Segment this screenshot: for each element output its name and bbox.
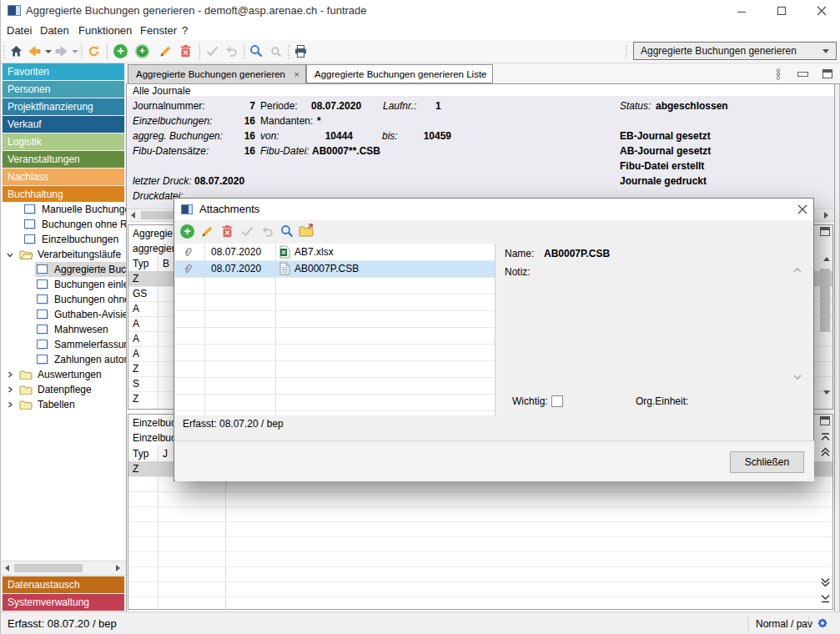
record-first-icon[interactable] <box>820 432 831 441</box>
sidebar-item-tabellen[interactable]: Tabellen <box>1 397 126 412</box>
sidebar-item-auswertungen[interactable]: Auswertungen <box>1 367 126 382</box>
panel-minimize-icon[interactable] <box>797 72 808 77</box>
menu-daten[interactable]: Daten <box>40 22 69 40</box>
statusbar-erfasst: Erfasst: 08.07.20 / bep <box>8 617 117 630</box>
chevron-collapsed-icon[interactable] <box>6 370 14 379</box>
back-history-caret[interactable] <box>45 50 52 53</box>
scrollbar-thumb[interactable] <box>14 564 83 572</box>
sidebar-item-buchungen-ohne-referenz[interactable]: Buchungen ohne Refe <box>1 217 126 232</box>
chevron-collapsed-icon[interactable] <box>6 400 14 409</box>
chevron-expanded-icon[interactable] <box>6 250 14 259</box>
sidebar-item-sammelerfassung[interactable]: Sammelerfassung S <box>1 337 126 352</box>
form-icon <box>37 325 48 334</box>
settings-gear-icon[interactable] <box>815 616 830 631</box>
panel-restore-icon[interactable] <box>822 69 832 78</box>
column-header-typ[interactable]: Typ <box>133 446 148 461</box>
schliessen-button[interactable]: Schließen <box>730 451 804 473</box>
sidebar-item-buchungen-einlesen[interactable]: Buchungen einlese <box>1 277 126 292</box>
open-folder-icon[interactable] <box>299 224 314 238</box>
chevron-collapsed-icon[interactable] <box>6 385 14 394</box>
paperclip-icon <box>182 263 194 275</box>
close-button[interactable] <box>807 1 836 21</box>
tab-aggregierte-buchungen-generieren[interactable]: Aggregierte Buchungen generieren × <box>128 64 306 83</box>
print-icon[interactable] <box>294 44 308 58</box>
search-secondary-icon[interactable] <box>270 46 284 60</box>
search-icon[interactable] <box>280 224 294 239</box>
sidebar-item-datenpflege[interactable]: Datenpflege <box>1 382 126 397</box>
edit-icon[interactable] <box>158 44 173 58</box>
sidebar-item-mahnwesen[interactable]: Mahnwesen <box>1 322 126 337</box>
search-icon[interactable] <box>249 44 264 58</box>
delete-icon[interactable] <box>220 224 234 239</box>
confirm-icon[interactable] <box>240 224 254 239</box>
sidebar-item-manuelle-buchungen[interactable]: Manuelle Buchungen <box>1 202 126 217</box>
column-header-j[interactable]: J <box>163 446 168 461</box>
menu-datei[interactable]: Datei <box>7 22 32 40</box>
scroll-left-icon[interactable] <box>131 212 135 219</box>
record-next-page-icon[interactable] <box>820 577 831 587</box>
scrollbar-thumb[interactable] <box>820 269 830 332</box>
undo-icon[interactable] <box>224 44 239 58</box>
tab-options-kebab-icon[interactable] <box>775 68 782 80</box>
add-special-icon[interactable]: + <box>135 44 149 58</box>
attachment-row-selected[interactable]: 08.07.2020 AB0007P.CSB <box>175 260 495 277</box>
scroll-down-icon[interactable] <box>823 390 830 395</box>
scroll-right-icon[interactable] <box>824 212 828 219</box>
column-header-typ[interactable]: Typ <box>133 256 148 271</box>
menu-fenster[interactable]: Fenster <box>140 22 177 40</box>
attachment-row[interactable]: 08.07.2020 AB7.xlsx <box>175 244 495 260</box>
sidebar-group-personen[interactable]: Personen <box>3 81 124 98</box>
panel-maximize-icon[interactable] <box>820 227 830 236</box>
sidebar-group-verkauf[interactable]: Verkauf <box>3 116 124 133</box>
tab-aggregierte-buchungen-generieren-liste[interactable]: Aggregierte Buchungen generieren Liste <box>306 64 493 83</box>
record-last-icon[interactable] <box>820 594 831 603</box>
menu-help[interactable]: ? <box>182 22 188 40</box>
column-header-b[interactable]: B <box>163 256 169 271</box>
sidebar-group-veranstaltungen[interactable]: Veranstaltungen <box>3 151 124 168</box>
add-icon[interactable]: + <box>180 224 194 239</box>
panel-maximize-icon[interactable] <box>820 416 830 425</box>
record-prev-page-icon[interactable] <box>820 447 831 457</box>
menu-funktionen[interactable]: Funktionen <box>78 22 132 40</box>
sidebar-item-guthaben-avisierung[interactable]: Guthaben-Avisierun <box>1 307 126 322</box>
sidebar-group-favoriten[interactable]: Favoriten <box>3 63 124 80</box>
erfasst-text: Erfasst: 08.07.20 / bep <box>183 418 284 430</box>
scope-dropdown[interactable]: Aggregierte Buchungen generieren <box>633 42 837 60</box>
sidebar-group-buchhaltung[interactable]: Buchhaltung <box>3 186 124 203</box>
dialog-close-icon[interactable] <box>790 199 815 220</box>
sidebar-item-verarbeitungslaeufe[interactable]: Verarbeitungsläufe <box>1 247 126 262</box>
sidebar-group-datenaustausch[interactable]: Datenaustausch <box>3 576 124 593</box>
cell-typ: Z <box>128 393 138 405</box>
scroll-right-icon[interactable] <box>116 565 120 571</box>
back-icon[interactable] <box>28 44 42 58</box>
confirm-icon[interactable] <box>205 44 219 58</box>
undo-icon[interactable] <box>260 224 274 239</box>
scroll-left-icon[interactable] <box>5 565 9 571</box>
home-icon[interactable] <box>9 44 23 58</box>
notiz-scroll-down-icon[interactable] <box>792 374 802 380</box>
laufnr-value: 1 <box>435 98 441 113</box>
status-value: abgeschlossen <box>656 98 728 113</box>
sidebar-group-systemverwaltung[interactable]: Systemverwaltung <box>3 594 124 611</box>
wichtig-checkbox[interactable] <box>551 395 563 407</box>
maximize-button[interactable] <box>767 1 796 21</box>
sidebar-group-logistik[interactable]: Logistik <box>3 133 124 150</box>
sidebar-item-zahlungen-automatisch[interactable]: Zahlungen automat <box>1 352 126 367</box>
add-icon[interactable]: + <box>113 44 128 58</box>
refresh-icon[interactable] <box>87 44 101 58</box>
forward-icon[interactable] <box>54 44 68 58</box>
delete-icon[interactable] <box>179 44 193 58</box>
sidebar-item-einzelbuchungen[interactable]: Einzelbuchungen <box>1 232 126 247</box>
dialog-title: Attachments <box>199 199 259 220</box>
forward-history-caret[interactable] <box>72 50 78 53</box>
sidebar-group-nachlass[interactable]: Nachlass <box>3 169 124 185</box>
sidebar-item-aggregierte-buchungen[interactable]: Aggregierte Buchun <box>1 262 126 277</box>
sidebar-item-buchungen-ohne-r[interactable]: Buchungen ohne R <box>1 292 126 307</box>
sidebar-horizontal-scrollbar[interactable] <box>1 561 126 576</box>
minimize-button[interactable] <box>727 1 756 21</box>
notiz-scroll-up-icon[interactable] <box>792 267 802 274</box>
tab-close-icon[interactable]: × <box>294 65 299 83</box>
sidebar-group-projektfinanzierung[interactable]: Projektfinanzierung <box>3 98 124 115</box>
edit-icon[interactable] <box>200 224 214 239</box>
scroll-up-icon[interactable] <box>823 257 830 261</box>
